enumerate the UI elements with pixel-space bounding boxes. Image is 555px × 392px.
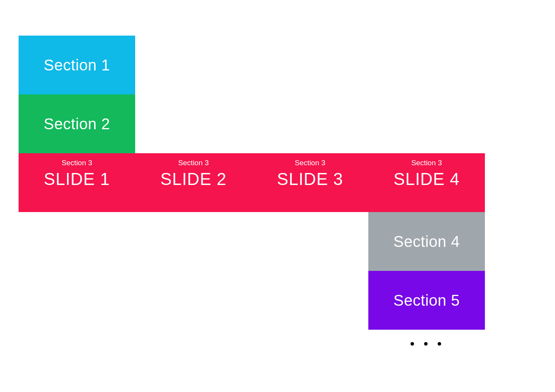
pagination-dot-1[interactable] [411,342,414,346]
section-4[interactable]: Section 4 [368,212,485,271]
slide-2-title: SLIDE 2 [160,169,227,189]
pagination-dot-3[interactable] [438,342,441,346]
slide-4-section-label: Section 3 [411,159,442,167]
section-3-slide-4[interactable]: Section 3 SLIDE 4 [368,153,485,212]
fullpage-stage: Section 1 Section 2 Section 3 SLIDE 1 Se… [19,36,485,330]
section-4-title: Section 4 [393,233,460,250]
bottom-sections-column: Section 4 Section 5 [19,212,485,330]
section-1-title: Section 1 [44,56,110,74]
slide-4-title: SLIDE 4 [393,169,460,189]
section-2[interactable]: Section 2 [19,94,135,153]
section-3-slide-3[interactable]: Section 3 SLIDE 3 [252,153,368,212]
slide-1-section-label: Section 3 [62,159,92,167]
section-5[interactable]: Section 5 [368,271,485,330]
pagination-dot-2[interactable] [424,342,428,346]
top-sections-column: Section 1 Section 2 [19,36,485,153]
section-3-slide-1[interactable]: Section 3 SLIDE 1 [19,153,135,212]
section-3-slide-2[interactable]: Section 3 SLIDE 2 [135,153,252,212]
pagination-dots[interactable] [411,342,441,346]
section-3-slide-row[interactable]: Section 3 SLIDE 1 Section 3 SLIDE 2 Sect… [19,153,485,212]
section-2-title: Section 2 [44,115,110,133]
section-1[interactable]: Section 1 [19,36,135,94]
slide-2-section-label: Section 3 [178,159,209,167]
section-5-title: Section 5 [393,292,460,309]
slide-3-title: SLIDE 3 [277,169,343,189]
slide-1-title: SLIDE 1 [44,169,110,189]
slide-3-section-label: Section 3 [295,159,325,167]
